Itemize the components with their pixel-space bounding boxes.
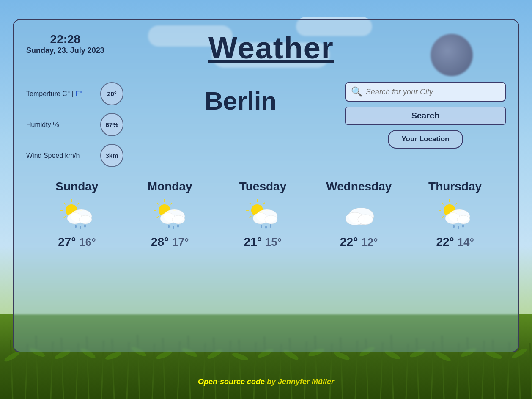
humidity-row: Humidty % 67%	[26, 113, 136, 136]
forecast-day-name: Monday	[148, 180, 192, 193]
search-section: 🔍 Search Your Location	[345, 78, 506, 149]
weather-icon-monday	[151, 198, 189, 230]
weather-icon-thursday	[436, 198, 474, 230]
app-title: Weather	[104, 28, 438, 65]
svg-line-86	[157, 216, 159, 218]
city-section: Berlin	[149, 78, 332, 116]
svg-line-118	[455, 203, 457, 204]
weather-icon-wednesday	[340, 198, 378, 230]
svg-line-98	[250, 203, 251, 204]
date-display: Sunday, 23. July 2023	[26, 46, 104, 55]
svg-point-124	[458, 226, 459, 229]
svg-point-91	[173, 226, 174, 229]
footer-link[interactable]: Open-source code	[198, 377, 265, 386]
search-input[interactable]	[366, 88, 500, 96]
forecast-day-name: Thursday	[428, 180, 482, 193]
forecast-day-name: Wednesday	[326, 180, 392, 193]
svg-line-119	[442, 216, 444, 218]
svg-point-74	[79, 215, 92, 224]
svg-line-85	[170, 203, 172, 204]
svg-point-125	[462, 224, 464, 228]
svg-line-71	[64, 216, 66, 218]
datetime-block: 22:28 Sunday, 23. July 2023	[26, 28, 104, 55]
forecast-day: Sunday	[47, 180, 107, 249]
forecast-day: Tuesday	[233, 180, 292, 249]
svg-point-77	[84, 224, 86, 228]
svg-point-104	[265, 215, 277, 224]
footer-text: Open-source code by Jennyfer Müller	[198, 377, 334, 386]
forecast-day-name: Tuesday	[239, 180, 287, 193]
temperature-row: Temperture C° | F° 20°	[26, 82, 136, 105]
location-button[interactable]: Your Location	[388, 130, 463, 149]
svg-point-106	[265, 226, 267, 229]
wind-row: Wind Speed km/h 3km	[26, 144, 136, 167]
forecast-day: Wednesday 22° 12°	[326, 180, 392, 249]
middle-section: Temperture C° | F° 20° Humidty % 67% Win…	[26, 78, 506, 167]
svg-point-92	[177, 224, 179, 228]
wind-label: Wind Speed km/h	[26, 152, 94, 160]
forecast-temp: 22° 12°	[340, 235, 378, 249]
svg-line-83	[157, 203, 159, 204]
fahrenheit-link[interactable]: F°	[75, 90, 82, 97]
temperature-circle: 20°	[100, 82, 123, 105]
svg-line-101	[250, 216, 251, 218]
footer: Open-source code by Jennyfer Müller	[0, 377, 532, 386]
svg-point-89	[172, 215, 185, 224]
search-icon: 🔍	[351, 86, 362, 97]
svg-point-90	[168, 225, 170, 228]
forecast-day: Monday	[140, 180, 200, 249]
svg-point-75	[75, 225, 77, 228]
humidity-label: Humidty %	[26, 121, 94, 129]
forecast-day: Thursday	[425, 180, 485, 249]
weather-icon-sunday	[58, 198, 96, 230]
svg-point-76	[80, 226, 81, 229]
svg-line-68	[64, 203, 66, 204]
humidity-circle: 67%	[100, 113, 123, 136]
time-display: 22:28	[26, 33, 104, 46]
svg-point-110	[358, 215, 373, 225]
weather-icon-tuesday	[244, 198, 282, 230]
temperature-label: Temperture C° | F°	[26, 90, 94, 98]
forecast-day-name: Sunday	[55, 180, 98, 193]
header: 22:28 Sunday, 23. July 2023 Weather	[26, 28, 506, 65]
svg-point-123	[453, 225, 455, 228]
weather-stats: Temperture C° | F° 20° Humidty % 67% Win…	[26, 78, 136, 167]
search-button[interactable]: Search	[345, 107, 506, 125]
search-input-wrapper: 🔍	[345, 82, 506, 102]
svg-line-116	[442, 203, 444, 204]
city-name: Berlin	[205, 86, 277, 116]
forecast-temp: 27° 16°	[58, 235, 96, 249]
app-container: 22:28 Sunday, 23. July 2023 Weather Temp…	[13, 19, 519, 352]
forecast-temp: 22° 14°	[436, 235, 474, 249]
wind-circle: 3km	[100, 144, 123, 167]
forecast-section: Sunday	[26, 180, 506, 249]
svg-line-100	[263, 203, 265, 204]
svg-point-105	[261, 225, 262, 228]
svg-point-107	[270, 224, 271, 228]
svg-line-70	[77, 203, 79, 204]
svg-point-122	[457, 215, 470, 224]
forecast-temp: 21° 15°	[244, 235, 282, 249]
forecast-temp: 28° 17°	[151, 235, 189, 249]
